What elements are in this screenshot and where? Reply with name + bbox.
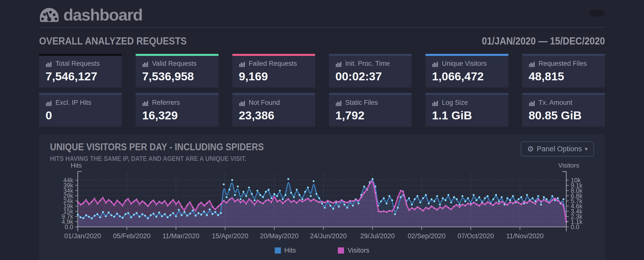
stat-card-label-text: Requested Files (538, 60, 587, 67)
visitors-point (442, 208, 443, 209)
hits-point (492, 198, 494, 200)
stat-card-label: Tx. Amount (529, 99, 598, 106)
hits-point (127, 212, 129, 214)
stat-card-label: Total Requests (46, 60, 115, 67)
hits-point (453, 196, 455, 198)
stat-card-value: 0 (46, 108, 115, 122)
visitors-point (358, 200, 359, 201)
hits-point (268, 189, 270, 191)
visitors-chart[interactable]: 0.04.9k9.7k15k19k24k29k34k39k44k0.01.1k2… (50, 163, 594, 246)
hits-point (307, 187, 309, 189)
visitors-point (482, 202, 483, 203)
visitors-point (310, 201, 311, 202)
stat-card: Init. Proc. Time00:02:37 (329, 54, 412, 87)
hits-point (141, 213, 143, 215)
menu-toggle-pill[interactable] (589, 10, 605, 16)
visitors-point (111, 201, 112, 202)
hits-point (543, 196, 545, 198)
bar-chart-icon (335, 60, 342, 67)
axis-label: 11/Nov/2020 (506, 232, 544, 240)
visitors-point (436, 209, 438, 211)
hits-point (302, 198, 304, 200)
visitors-panel: UNIQUE VISITORS PER DAY - INCLUDING SPID… (39, 134, 605, 260)
visitors-point (164, 200, 165, 201)
hits-point (200, 214, 202, 216)
visitors-point (462, 203, 463, 205)
stat-card-label: Unique Visitors (432, 60, 502, 67)
stat-card-value: 16,329 (142, 108, 212, 122)
visitors-point (397, 197, 398, 198)
visitors-point (454, 206, 455, 207)
hits-point (397, 207, 399, 209)
hits-point (442, 197, 444, 199)
stat-card-label: Not Found (239, 99, 309, 106)
date-range: 01/JAN/2020 — 15/DEC/2020 (482, 35, 605, 47)
visitors-point (360, 197, 362, 198)
stat-card-label: Failed Requests (239, 60, 309, 67)
bar-chart-icon (529, 60, 536, 67)
visitors-point (308, 198, 309, 199)
visitors-point (158, 201, 160, 202)
hits-point (164, 213, 166, 215)
visitors-point (510, 201, 511, 202)
hits-point (557, 197, 559, 199)
hits-point (400, 196, 402, 198)
visitors-point (288, 198, 289, 199)
visitors-point (470, 204, 472, 206)
visitors-point (150, 202, 151, 203)
visitors-point (234, 201, 236, 202)
brand: dashboard (39, 5, 142, 24)
hits-point (122, 217, 124, 219)
hits-point (464, 201, 466, 202)
hits-point (344, 204, 346, 206)
visitors-point (133, 201, 134, 202)
axis-label: 44k (63, 177, 74, 184)
hits-point (436, 195, 438, 197)
visitors-point (549, 203, 550, 204)
hits-point (518, 198, 520, 200)
panel-options-button[interactable]: ⚙ Panel Options ▾ (521, 141, 594, 156)
overview-section: OVERALL ANALYZED REQUESTS 01/JAN/2020 — … (39, 35, 605, 127)
axis-label: 05/Feb/2020 (113, 232, 151, 240)
visitors-point (142, 200, 143, 201)
hits-point (346, 207, 348, 209)
visitors-point (105, 203, 106, 204)
visitors-point (144, 203, 146, 204)
visitors-point (119, 202, 120, 203)
hits-point (456, 198, 458, 200)
visitors-point (80, 204, 81, 206)
hits-point (99, 216, 101, 218)
visitors-point (403, 191, 404, 192)
stat-card-label: Requested Files (529, 60, 598, 67)
visitors-point (563, 204, 564, 206)
visitors-point (422, 210, 424, 212)
visitors-point (248, 198, 250, 199)
bar-chart-icon (335, 100, 342, 106)
stat-card: Not Found23,386 (232, 93, 315, 127)
visitors-point (313, 199, 314, 200)
visitors-point (265, 200, 266, 201)
hits-point (512, 195, 514, 197)
visitors-point (459, 207, 460, 208)
hits-point (276, 195, 278, 197)
axis-label: 15/Apr/2020 (212, 232, 248, 240)
stat-card-label: Excl. IP Hits (46, 99, 115, 106)
visitors-point (538, 198, 539, 199)
visitors-point (86, 199, 87, 200)
bar-chart-icon (529, 100, 536, 106)
stat-card: Valid Requests7,536,958 (136, 54, 218, 87)
hits-point (214, 211, 216, 213)
hits-point (237, 186, 239, 188)
stat-card-label: Log Size (432, 99, 502, 106)
visitors-point (172, 199, 174, 200)
hits-point (498, 201, 500, 202)
visitors-point (543, 199, 544, 200)
visitors-point (128, 198, 129, 199)
visitors-chart-svg: 0.04.9k9.7k15k19k24k29k34k39k44k0.01.1k2… (50, 163, 594, 246)
panel-subtitle: HITS HAVING THE SAME IP, DATE AND AGENT … (50, 155, 269, 163)
visitors-point (136, 199, 137, 200)
visitors-point (498, 203, 500, 205)
visitors-point (552, 200, 553, 201)
visitors-point (467, 203, 468, 204)
visitors-point (97, 203, 98, 205)
